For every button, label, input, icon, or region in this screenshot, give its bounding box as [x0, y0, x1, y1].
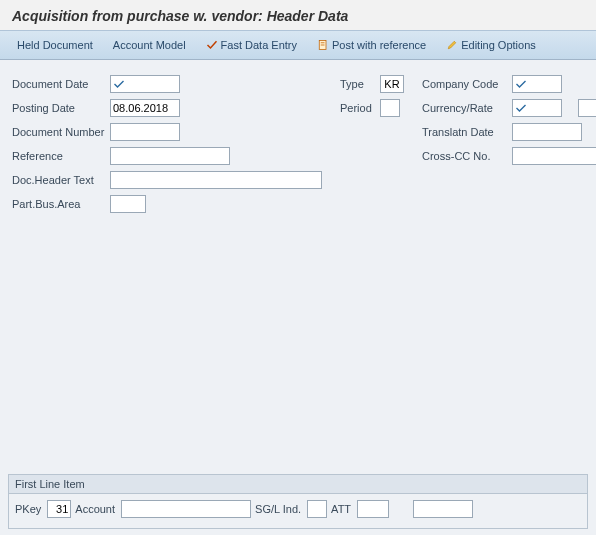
- content-area: Document Date Posting Date Document Numb…: [0, 60, 596, 535]
- pkey-field[interactable]: [47, 500, 71, 518]
- account-model-button[interactable]: Account Model: [104, 35, 195, 55]
- reference-label: Reference: [12, 150, 110, 162]
- reference-field[interactable]: [110, 147, 230, 165]
- editing-options-label: Editing Options: [461, 39, 536, 51]
- window-title: Acquisition from purchase w. vendor: Hea…: [0, 0, 596, 30]
- cross-cc-label: Cross-CC No.: [422, 150, 512, 162]
- bus-area-label: Part.Bus.Area: [12, 198, 110, 210]
- att-label: ATT: [331, 503, 351, 515]
- rate-field[interactable]: [578, 99, 596, 117]
- type-label: Type: [340, 78, 380, 90]
- bus-area-field[interactable]: [110, 195, 146, 213]
- posting-date-label: Posting Date: [12, 102, 110, 114]
- held-document-button[interactable]: Held Document: [8, 35, 102, 55]
- required-check-icon: [514, 101, 528, 115]
- header-text-label: Doc.Header Text: [12, 174, 110, 186]
- editing-options-button[interactable]: Editing Options: [437, 35, 545, 55]
- required-check-icon: [112, 77, 126, 91]
- account-label: Account: [75, 503, 115, 515]
- post-with-reference-button[interactable]: Post with reference: [308, 35, 435, 55]
- att-field[interactable]: [357, 500, 389, 518]
- fast-data-entry-button[interactable]: Fast Data Entry: [197, 35, 306, 55]
- required-check-icon: [514, 77, 528, 91]
- transl-date-field[interactable]: [512, 123, 582, 141]
- held-document-label: Held Document: [17, 39, 93, 51]
- column-right: Company Code Currency/Rate Translatn Dat…: [422, 74, 596, 214]
- type-field[interactable]: [380, 75, 404, 93]
- transl-date-label: Translatn Date: [422, 126, 512, 138]
- account-model-label: Account Model: [113, 39, 186, 51]
- account-field[interactable]: [121, 500, 251, 518]
- sgl-field[interactable]: [307, 500, 327, 518]
- document-number-label: Document Number: [12, 126, 110, 138]
- header-text-field[interactable]: [110, 171, 322, 189]
- document-icon: [317, 39, 329, 51]
- period-label: Period: [340, 102, 380, 114]
- checkmark-icon: [206, 39, 218, 51]
- pkey-label: PKey: [15, 503, 41, 515]
- document-date-label: Document Date: [12, 78, 110, 90]
- pencil-icon: [446, 39, 458, 51]
- post-with-reference-label: Post with reference: [332, 39, 426, 51]
- currency-rate-label: Currency/Rate: [422, 102, 512, 114]
- document-number-field[interactable]: [110, 123, 180, 141]
- posting-date-field[interactable]: [110, 99, 180, 117]
- application-toolbar: Held Document Account Model Fast Data En…: [0, 30, 596, 60]
- company-code-label: Company Code: [422, 78, 512, 90]
- first-line-item-header: First Line Item: [8, 474, 588, 493]
- first-line-item-section: First Line Item PKey Account SG/L Ind. A…: [8, 474, 588, 529]
- cross-cc-field[interactable]: [512, 147, 596, 165]
- sgl-label: SG/L Ind.: [255, 503, 301, 515]
- column-left: Document Date Posting Date Document Numb…: [12, 74, 322, 214]
- fast-data-entry-label: Fast Data Entry: [221, 39, 297, 51]
- period-field[interactable]: [380, 99, 400, 117]
- extra-field[interactable]: [413, 500, 473, 518]
- column-middle: Type Period: [340, 74, 404, 214]
